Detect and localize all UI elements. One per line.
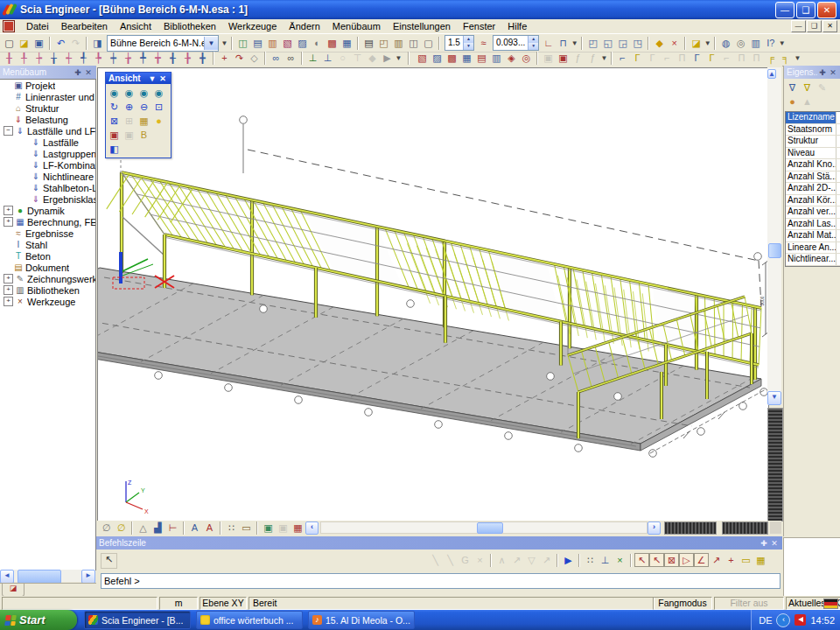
frame-template-10-button[interactable]: Π (749, 52, 764, 66)
scroll-down-icon[interactable]: ▼ (767, 391, 781, 405)
render-settings-button[interactable]: ▣ (107, 128, 122, 142)
measure-button[interactable]: ▭ (239, 521, 254, 535)
dot-grid-snap-button[interactable]: ∷ (583, 553, 598, 567)
calc-start-button[interactable]: ▣ (556, 52, 570, 66)
scale-spinner[interactable]: 1.5 ▲▼ (444, 35, 474, 51)
close-button[interactable]: ✕ (817, 2, 836, 18)
property-row[interactable]: Anzahl Kör... (786, 195, 840, 207)
minimize-button[interactable]: — (775, 2, 794, 18)
tree-item-lastgruppen[interactable]: ⇓Lastgruppen (0, 148, 95, 159)
ansicht-palette[interactable]: Ansicht ▼ ✕ ◉◉◉◉↻⊕⊖⊡⊠⊞▦●▣▣B◧ (105, 72, 172, 158)
view-side-button[interactable]: ◉ (122, 86, 136, 100)
beam-scale-button[interactable]: ╃ (76, 52, 91, 66)
property-row[interactable]: Anzahl ver... (786, 206, 840, 219)
select-slab-button[interactable]: ▩ (444, 52, 459, 66)
view-front-button[interactable]: ◉ (107, 86, 122, 100)
property-row[interactable]: Anzahl Las... (786, 219, 840, 231)
start-button[interactable]: Start (0, 610, 77, 630)
angle-snap-button[interactable]: ∟ (541, 36, 556, 50)
window-tile-h-button[interactable]: ◲ (615, 36, 630, 50)
wire-on-button[interactable]: ∅ (114, 521, 129, 535)
property-row[interactable]: Nichtlinear... (786, 254, 840, 266)
wire-off-button[interactable]: ∅ (99, 521, 114, 535)
curve-edit-button[interactable]: ↷ (232, 52, 247, 66)
palette-dropdown-icon[interactable]: ▼ (147, 74, 158, 83)
frame-template-6-button[interactable]: Γ (690, 52, 704, 66)
tree-item-struktur[interactable]: ⌂Struktur (0, 102, 95, 114)
status-plane[interactable]: Ebene XY (200, 597, 247, 610)
clip-box-button[interactable]: ▦ (136, 114, 151, 128)
cross-snap-button[interactable]: × (612, 553, 627, 567)
tree-horizontal-scrollbar[interactable]: ◄ ► (0, 570, 95, 582)
mdi-restore-button[interactable]: ❑ (807, 20, 822, 32)
frame-template-11-button[interactable]: ╒ (764, 52, 779, 66)
palette-close-icon[interactable]: ✕ (158, 74, 168, 83)
menu-datei[interactable]: Datei (20, 20, 55, 32)
table-columns-button[interactable]: ▥ (748, 36, 763, 50)
peak-tool-button[interactable]: ∧ (494, 553, 509, 567)
expand-toggle-icon[interactable]: + (4, 297, 13, 306)
function-1-button[interactable]: ƒ (570, 52, 585, 66)
tree-item-dynamik[interactable]: +●Dynamik (0, 205, 95, 216)
zoom-all-button[interactable]: ⊠ (107, 114, 122, 128)
scroll-up-icon[interactable]: ▲ (767, 69, 776, 79)
snap-ruler-button[interactable]: ▭ (738, 553, 753, 567)
menu-bibliotheken[interactable]: Bibliotheken (158, 20, 222, 32)
beam-delete-button[interactable]: ┾ (32, 52, 46, 66)
status-filter[interactable]: Filter aus (714, 597, 784, 610)
taskbar-button[interactable]: office wörterbuch ... (196, 611, 303, 629)
pin-icon[interactable]: ✚ (73, 68, 83, 77)
beam-array-button[interactable]: ╋ (195, 52, 210, 66)
menu-ansicht[interactable]: Ansicht (114, 20, 158, 32)
edit-pencil-button[interactable]: ✎ (815, 80, 830, 94)
print-preview-button[interactable]: ◰ (376, 36, 391, 50)
storey-button[interactable]: ▥ (265, 36, 280, 50)
abacus-window-button[interactable]: ▦ (340, 36, 354, 50)
picture-button[interactable]: ▢ (421, 36, 436, 50)
check-structure-button[interactable]: ◍ (718, 36, 733, 50)
coordinate-system-button[interactable]: ▧ (280, 36, 295, 50)
beam-properties-button[interactable]: ╂ (2, 52, 17, 66)
docked-bar-2[interactable] (722, 522, 768, 535)
line-tool-button[interactable]: ╲ (428, 553, 443, 567)
print-button[interactable]: ▤ (361, 36, 376, 50)
save-project-button[interactable]: ▣ (32, 36, 46, 50)
hscroll-thumb[interactable] (477, 522, 503, 534)
tree-item-lastf-lle[interactable]: ⇓Lastfälle (0, 136, 95, 148)
tree-item-linienraster-und-ge[interactable]: #Linienraster und Ge (0, 91, 95, 102)
workspace-panel-button[interactable]: ◨ (90, 36, 105, 50)
triangle-tool-button[interactable]: ▽ (524, 553, 539, 567)
select-previous-button[interactable]: ▤ (474, 52, 489, 66)
command-pin-icon[interactable]: ✚ (759, 539, 769, 548)
menu-einstellungen[interactable]: Einstellungen (387, 20, 457, 32)
snap-direction-button[interactable]: ↗ (709, 553, 724, 567)
beam-mirror-button[interactable]: ╄ (91, 52, 106, 66)
docked-bar-1[interactable] (664, 522, 717, 535)
property-row[interactable]: Anzahl Mat... (786, 230, 840, 242)
calculator-button[interactable]: ◐ (310, 36, 325, 50)
scroll-forward-icon[interactable]: › (648, 522, 661, 535)
mdi-close-button[interactable]: ✕ (822, 20, 837, 32)
undo-button[interactable]: ↶ (53, 36, 68, 50)
select-target-button[interactable]: ◎ (519, 52, 534, 66)
frame-template-5-button[interactable]: Π (675, 52, 690, 66)
frame-template-2-button[interactable]: Γ (630, 52, 645, 66)
open-project-button[interactable]: ◪ (17, 36, 32, 50)
tree-item-projekt[interactable]: ▣Projekt (0, 80, 95, 91)
dropdown-arrow-icon[interactable]: ▼ (778, 39, 786, 47)
project-combobox[interactable]: Bühne Bereich 6-M-N.esa ▼ (107, 35, 219, 52)
tree-item-beton[interactable]: TBeton (0, 250, 95, 262)
snap-intersection-button[interactable]: ⊠ (664, 553, 679, 567)
calc-disabled-button[interactable]: ▣ (541, 52, 556, 66)
node-edit-button[interactable]: + (217, 52, 232, 66)
picture-view-off-button[interactable]: ▣ (276, 521, 290, 535)
new-document-button[interactable]: ▢ (2, 36, 17, 50)
status-unit[interactable]: m (159, 597, 198, 610)
function-2-button[interactable]: ƒ (585, 52, 600, 66)
zoom-in-button[interactable]: ⊕ (122, 100, 136, 114)
tree-item-zeichnungswerkze[interactable]: +✎Zeichnungswerkze (0, 273, 95, 284)
property-row[interactable]: Anzahl Stä... (786, 172, 840, 184)
plane-edit-button[interactable]: ◇ (247, 52, 262, 66)
language-bar-icon[interactable]: ‹ (776, 613, 790, 627)
zoom-window-button[interactable]: ⊡ (151, 100, 166, 114)
